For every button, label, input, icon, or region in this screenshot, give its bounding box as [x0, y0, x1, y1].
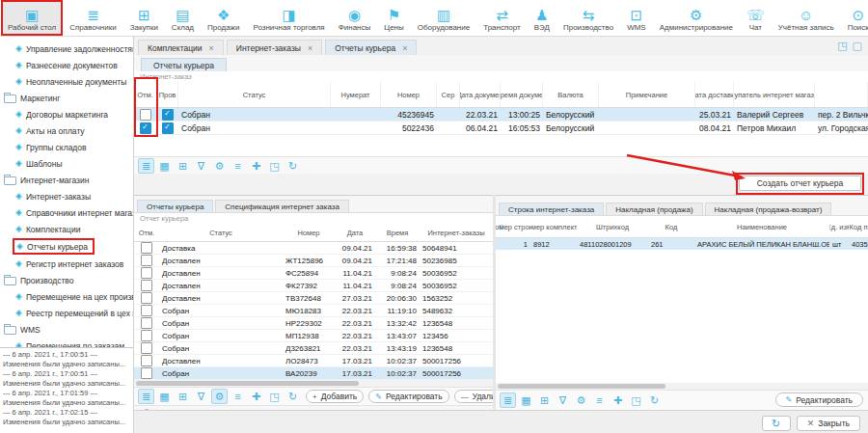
column-header[interactable]: Статус — [159, 224, 283, 241]
detail-tab[interactable]: Строка интернет-заказа — [499, 203, 604, 215]
mark-checkbox[interactable] — [141, 330, 152, 341]
purchases-icon[interactable]: ⊞ Закупки — [123, 0, 165, 36]
tree-item[interactable]: Интернет-магазин — [0, 172, 133, 188]
list-view-icon[interactable]: ≣ — [500, 392, 516, 408]
report-row[interactable]: Доставлен ФС25894 11.04.21 9:08:24 50036… — [134, 267, 493, 280]
sales-icon[interactable]: ❖ Продажи — [201, 0, 246, 36]
tree-item[interactable]: Производство — [0, 272, 133, 288]
calendar-view-icon[interactable]: ⊞ — [536, 392, 553, 408]
settings-icon[interactable]: ⚙ — [211, 158, 228, 174]
add-row-icon[interactable]: ✚ — [248, 389, 264, 404]
table-view-icon[interactable]: ▦ — [156, 389, 173, 404]
account-icon[interactable]: ☺ Учётная запись — [772, 0, 841, 36]
table-view-icon[interactable]: ▦ — [156, 158, 173, 174]
mark-checkbox[interactable] — [141, 267, 152, 279]
close-tab-icon[interactable]: × — [402, 44, 407, 52]
reports-tab[interactable]: Отчеты курьера — [137, 200, 213, 212]
refresh-icon[interactable]: ↻ — [285, 389, 301, 404]
list-view-icon[interactable]: ≣ — [138, 389, 154, 404]
wms-icon[interactable]: ⊡ WMS — [620, 0, 653, 36]
tree-item[interactable]: ◈ Комплектации — [0, 221, 133, 237]
column-header[interactable]: Примечание — [599, 82, 695, 107]
settings-icon[interactable]: ⚙ — [573, 392, 589, 408]
transport-icon[interactable]: ⇄ Транспорт — [476, 0, 527, 36]
list-view-icon[interactable]: ≣ — [138, 158, 154, 174]
create-courier-report-button[interactable]: Создать отчет курьера — [739, 176, 861, 191]
detail-tab[interactable]: Накладная (продажа-возврат) — [705, 203, 832, 215]
column-header[interactable]: Сер — [437, 82, 460, 107]
ved-icon[interactable]: ♟ ВЭД — [528, 0, 556, 36]
column-header[interactable]: Дата — [335, 224, 375, 241]
add-row-icon[interactable]: ✚ — [610, 392, 626, 408]
tree-item[interactable]: ◈ Шаблоны — [0, 155, 133, 172]
edit-button[interactable]: ✎ Редактировать — [368, 390, 448, 403]
tree-item[interactable]: ◈ Интернет-заказы — [0, 188, 133, 204]
retail-icon[interactable]: ◨ Розничная торговля — [246, 0, 331, 36]
refresh-button[interactable]: ↻ — [762, 416, 791, 431]
mark-checkbox[interactable] — [141, 367, 152, 379]
numbered-list-icon[interactable]: ≡ — [591, 392, 608, 408]
column-header[interactable] — [815, 82, 868, 107]
mark-checkbox[interactable] — [141, 292, 152, 304]
table-view-icon[interactable]: ▦ — [518, 392, 534, 408]
fullscreen-icon[interactable]: ▢ — [853, 40, 862, 52]
close-button[interactable]: ✕ Закрыть — [797, 416, 860, 431]
edit-button[interactable]: ✎ Редактировать — [775, 392, 863, 407]
column-header[interactable]: Время — [375, 224, 420, 241]
tree-item[interactable]: ◈ Разнесение документов — [0, 57, 133, 73]
tree-item[interactable]: ◈ Регистр интернет заказов — [0, 256, 133, 272]
refresh-icon[interactable]: ↻ — [646, 392, 663, 408]
refresh-icon[interactable]: ↻ — [285, 158, 301, 174]
export-icon[interactable]: ◳ — [266, 158, 283, 174]
detail-tab[interactable]: Накладная (продажа) — [606, 203, 702, 215]
administration-icon[interactable]: ⚙ Администрирование — [653, 0, 740, 36]
mark-checkbox[interactable] — [140, 109, 151, 121]
chat-icon[interactable]: ☏ Чат — [740, 0, 772, 36]
report-row[interactable]: Собран Д3263821 22.03.21 13:43:19 123654… — [134, 342, 493, 355]
mark-checkbox[interactable] — [141, 317, 152, 329]
column-header[interactable]: Наименование — [694, 216, 829, 237]
calendar-view-icon[interactable]: ⊞ — [175, 158, 191, 174]
calendar-view-icon[interactable]: ⊞ — [175, 389, 191, 404]
column-header[interactable]: Код п — [849, 216, 868, 237]
scrollbar-thumb[interactable] — [498, 384, 665, 389]
report-row[interactable]: Доставлен ФК27392 11.04.21 9:08:24 50036… — [134, 280, 493, 292]
mark-checkbox[interactable] — [141, 342, 152, 354]
prices-icon[interactable]: ⚑ Цены — [377, 0, 411, 36]
equipment-icon[interactable]: ▥ Оборудование — [411, 0, 476, 36]
column-header[interactable]: Отм. — [134, 82, 157, 107]
column-header[interactable]: Дата докумен — [460, 82, 501, 107]
АРАХИС БЕЛЫЙ ПЕЛИКАН БЛАНШ.ОБЖ.СОЛ.8([interactable]: 1 8912 4811028001209 261 АРАХИС БЕЛЫЙ ПЕ… — [496, 238, 868, 250]
close-tab-icon[interactable]: × — [209, 44, 214, 52]
production-icon[interactable]: ⇆ Производство — [556, 0, 620, 36]
mark-checkbox[interactable] — [141, 305, 152, 316]
column-header[interactable]: Валюта — [543, 82, 599, 107]
tree-item[interactable]: ◈ Договоры маркетинга — [0, 106, 133, 122]
scrollbar-thumb[interactable] — [136, 381, 359, 386]
column-header[interactable]: Штрихкод — [577, 216, 648, 237]
mark-checkbox[interactable] — [141, 280, 152, 291]
settings-icon[interactable]: ⚙ — [211, 389, 228, 404]
mark-checkbox[interactable] — [141, 355, 152, 366]
column-header[interactable]: Нумерат — [331, 82, 381, 107]
document-tab[interactable]: Интернет-заказы × — [227, 40, 322, 55]
approved-checkbox[interactable] — [162, 109, 174, 121]
numbered-list-icon[interactable]: ≡ — [230, 158, 246, 174]
export-icon[interactable]: ◳ — [628, 392, 644, 408]
report-row[interactable]: Доставлен ЖТ125896 09.04.21 17:21:48 502… — [134, 255, 493, 267]
tree-item[interactable]: WMS — [0, 321, 133, 338]
column-header[interactable]: Ед. изм — [829, 216, 849, 237]
report-row[interactable]: Доставлен ТВ372648 27.03.21 20:06:30 156… — [134, 292, 493, 305]
tree-item[interactable]: ◈ Справочники интернет магази — [0, 204, 133, 221]
export-icon[interactable]: ◳ — [266, 389, 283, 404]
desktop-icon[interactable]: ▣ Рабочий стол — [1, 0, 63, 36]
add-button[interactable]: + Добавить — [306, 390, 364, 403]
column-header[interactable]: Статус — [178, 82, 331, 107]
filter-icon[interactable]: ∇ — [193, 158, 209, 174]
close-tab-icon[interactable]: × — [308, 44, 312, 52]
column-header[interactable]: Покупатель интернет магазина — [734, 82, 815, 107]
tree-item[interactable]: ◈ Неоплаченные документы — [0, 73, 133, 90]
report-row[interactable]: Собран НР229302 22.03.21 13:32:42 123654… — [134, 317, 493, 330]
tree-item[interactable]: ◈ Перемещения по заказам — [0, 338, 133, 347]
column-header[interactable]: Отм. — [134, 224, 159, 241]
